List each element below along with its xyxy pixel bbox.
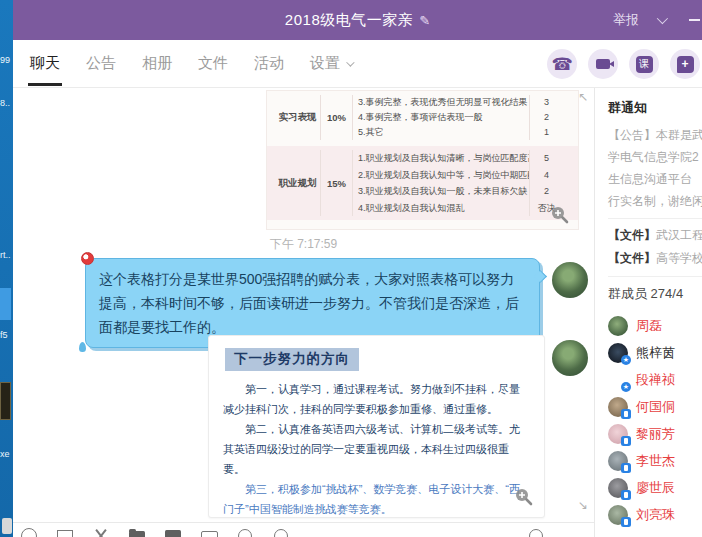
- table-weight: 15%: [321, 150, 353, 216]
- tab-chat[interactable]: 聊天: [30, 40, 60, 88]
- video-camera-icon: [596, 59, 610, 69]
- member-row[interactable]: 黎丽芳: [608, 420, 702, 447]
- create-chat-button[interactable]: +: [670, 49, 700, 79]
- desktop-background: 99 8.. rt.. f5 xe: [0, 0, 13, 537]
- member-row[interactable]: 熊梓茵: [608, 339, 702, 366]
- minimize-button[interactable]: [689, 19, 700, 21]
- tab-announcement[interactable]: 公告: [86, 40, 116, 88]
- member-avatar: [608, 451, 628, 471]
- desktop-icon-label: f5: [0, 330, 8, 340]
- video-call-button[interactable]: [588, 49, 618, 79]
- group-sidebar: 群通知 【公告】本群是武 学电气信息学院2 生信息沟通平台 行实名制，谢绝闲 【…: [594, 88, 702, 537]
- tab-files[interactable]: 文件: [198, 40, 228, 88]
- member-row[interactable]: 李世杰: [608, 447, 702, 474]
- table-criteria: 4.职业规划及自我认知混乱: [353, 200, 529, 217]
- member-avatar: [608, 478, 628, 498]
- table-score: 2: [530, 110, 563, 125]
- announcement-line: 行实名制，谢绝闲: [608, 190, 702, 212]
- folder-icon[interactable]: [129, 528, 145, 537]
- avatar[interactable]: [552, 340, 588, 376]
- voice-call-button[interactable]: ☎: [547, 49, 577, 79]
- screenshot-icon[interactable]: [57, 528, 73, 537]
- group-file-item[interactable]: 【文件】高等学校: [608, 247, 702, 270]
- divider: [608, 276, 702, 277]
- chat-history-panel[interactable]: ↖ 实习表现 10% 3.事例完整，表现优秀但无明显可视化结果 4.事例完整，事…: [13, 88, 594, 537]
- announcement-line: 学电气信息学院2: [608, 146, 702, 168]
- tab-activities[interactable]: 活动: [254, 40, 284, 88]
- group-announcement[interactable]: 【公告】本群是武 学电气信息学院2 生信息沟通平台 行实名制，谢绝闲: [608, 124, 702, 212]
- table-criteria: 3.职业规划及自我认知一般，未来目标欠缺: [353, 183, 529, 200]
- divider: [608, 218, 702, 219]
- member-avatar: [608, 505, 628, 525]
- group-chat-window: 2018级电气一家亲 ✎ 举报 聊天 公告 相册 文件 活动 设置 ☎: [13, 0, 702, 537]
- desktop-icon-label: rt..: [0, 250, 11, 260]
- table-row: 实习表现 10% 3.事例完整，表现优秀但无明显可视化结果 4.事例完整，事项评…: [267, 91, 578, 144]
- tab-album[interactable]: 相册: [142, 40, 172, 88]
- member-name: 刘亮珠: [636, 506, 675, 524]
- tab-settings-label: 设置: [310, 54, 340, 73]
- table-score: 2: [530, 183, 563, 200]
- group-members-count: 群成员 274/4: [608, 285, 702, 303]
- titlebar: 2018级电气一家亲 ✎ 举报: [13, 0, 702, 40]
- group-file-item[interactable]: 【文件】武汉工程: [608, 224, 702, 247]
- doc-paragraph: 第一，认真学习，通过课程考试。努力做到不挂科，尽量减少挂科门次，挂科的同学要积极…: [223, 379, 530, 419]
- input-area-divider: [13, 522, 594, 523]
- member-row[interactable]: 段禅祯: [608, 366, 702, 393]
- table-category: 实习表现: [275, 95, 321, 140]
- member-name: 段禅祯: [636, 371, 675, 389]
- desktop-icon: [0, 382, 11, 420]
- scissors-icon[interactable]: [93, 528, 109, 537]
- zoom-image-icon[interactable]: [550, 205, 570, 225]
- file-name: 高等学校: [656, 251, 702, 265]
- table-criteria: 5.其它: [353, 125, 529, 140]
- avatar[interactable]: [552, 262, 588, 298]
- member-name: 熊梓茵: [636, 344, 675, 362]
- table-score: 1: [530, 125, 563, 140]
- table-score: 4: [530, 167, 563, 184]
- class-icon: 课: [636, 56, 653, 73]
- scroll-to-top-icon[interactable]: ↖: [578, 90, 588, 104]
- history-icon[interactable]: [237, 528, 253, 537]
- table-category: 职业规划: [275, 150, 321, 216]
- member-name: 周磊: [636, 317, 662, 335]
- member-badge-icon: [621, 436, 631, 446]
- desktop-icon: [2, 518, 12, 534]
- member-avatar: [608, 343, 628, 363]
- group-title: 2018级电气一家亲: [285, 11, 413, 30]
- table-score: 5: [530, 150, 563, 167]
- tab-settings[interactable]: 设置: [310, 40, 352, 88]
- member-badge-icon: [621, 355, 631, 365]
- emoji-icon[interactable]: [21, 528, 37, 537]
- member-name: 李世杰: [636, 452, 675, 470]
- score-table-image-message[interactable]: 实习表现 10% 3.事例完整，表现优秀但无明显可视化结果 4.事例完整，事项评…: [266, 90, 579, 230]
- edit-title-icon[interactable]: ✎: [419, 13, 430, 28]
- doc-paragraph: 第三，积极参加“挑战杯”、数学竞赛、电子设计大赛、“西门子”中国智能制造挑战赛等…: [223, 479, 530, 518]
- doc-title: 下一步努力的方向: [225, 348, 359, 371]
- table-weight: 10%: [321, 95, 353, 140]
- member-badge-icon: [621, 382, 631, 392]
- audio-icon[interactable]: [528, 528, 544, 537]
- titlebar-chevron-down-icon[interactable]: [657, 13, 668, 24]
- member-avatar: [608, 397, 628, 417]
- member-badge-icon: [621, 517, 631, 527]
- member-row[interactable]: 刘亮珠: [608, 501, 702, 528]
- member-name: 廖世辰: [636, 479, 675, 497]
- doc-image-message[interactable]: 下一步努力的方向 第一，认真学习，通过课程考试。努力做到不挂科，尽量减少挂科门次…: [208, 335, 545, 518]
- member-row[interactable]: 周磊: [608, 312, 702, 339]
- member-row[interactable]: 何国侗: [608, 393, 702, 420]
- report-button[interactable]: 举报: [613, 11, 639, 29]
- scroll-to-bottom-icon[interactable]: ↘: [578, 498, 588, 512]
- member-row[interactable]: 廖世辰: [608, 474, 702, 501]
- member-list: 周磊 熊梓茵 段禅祯 何国侗: [608, 312, 702, 528]
- image-icon[interactable]: [165, 528, 181, 537]
- class-button[interactable]: 课: [629, 49, 659, 79]
- phone-icon: ☎: [551, 56, 572, 73]
- message-record-icon[interactable]: [273, 528, 289, 537]
- member-badge-icon: [621, 409, 631, 419]
- desktop-icon-label: xe: [0, 449, 10, 459]
- input-toolbar: [21, 528, 289, 537]
- file-card-icon[interactable]: [201, 528, 217, 537]
- tab-bar: 聊天 公告 相册 文件 活动 设置 ☎ 课 +: [13, 40, 702, 88]
- zoom-image-icon[interactable]: [514, 487, 534, 507]
- member-name: 何国侗: [636, 398, 675, 416]
